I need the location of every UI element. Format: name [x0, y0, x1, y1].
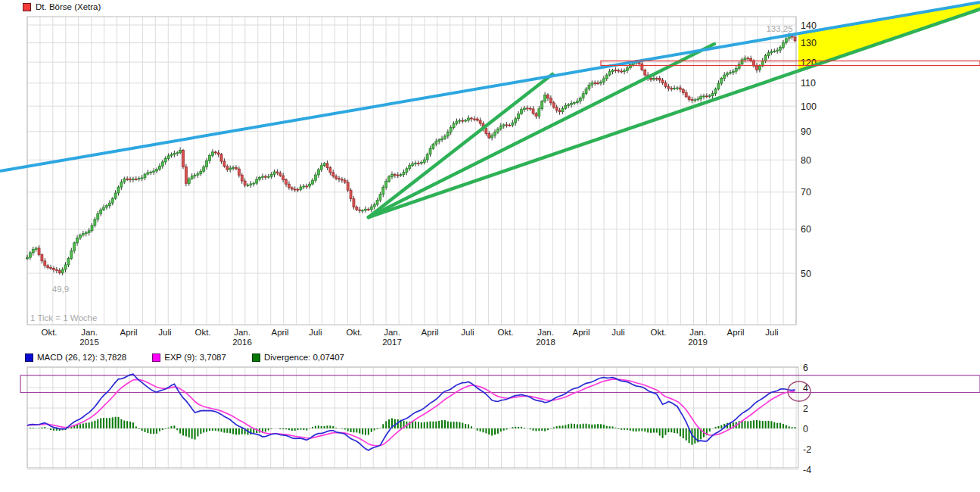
candle-body [770, 51, 773, 53]
candle-body [105, 206, 107, 207]
candle-body [462, 120, 464, 121]
candle-body [347, 182, 349, 190]
candle-body [50, 267, 52, 268]
price-tick-label: 60 [801, 224, 811, 235]
candle-body [285, 180, 288, 185]
month-label: Okt. [41, 328, 57, 337]
candle-body [535, 114, 537, 116]
candle-body [250, 184, 252, 185]
month-label: Juli [611, 328, 624, 337]
candle-body [385, 182, 387, 188]
candle-body [200, 171, 202, 173]
candle-body [179, 150, 182, 152]
price-tick-label: 90 [801, 126, 811, 137]
candle-body [173, 154, 176, 155]
candle-body [359, 210, 361, 210]
candle-body [108, 203, 110, 205]
candle-body [41, 255, 43, 261]
candle-body [29, 253, 31, 257]
candle-body [591, 83, 593, 85]
candle-body [717, 83, 720, 89]
candle-body [412, 163, 414, 165]
candle-body [114, 193, 117, 198]
resistance-band[interactable] [601, 61, 980, 66]
candle-body [185, 167, 187, 183]
candle-body [691, 99, 693, 100]
candle-body [723, 75, 726, 78]
chart-canvas[interactable]: 14013012011010090807060506420-2-4Okt.Jan… [0, 0, 980, 492]
candle-body [182, 150, 185, 167]
candle-body [667, 86, 670, 89]
candle-body [323, 163, 325, 166]
candle-body [582, 94, 584, 98]
candle-body [394, 174, 396, 175]
candle-body [238, 169, 240, 175]
green-trendline[interactable] [369, 74, 552, 217]
candle-body [135, 179, 137, 179]
candle-body [558, 111, 561, 112]
candle-body [406, 169, 408, 173]
candle-body [256, 179, 258, 183]
month-label: Jan. [234, 328, 250, 337]
candle-body [341, 179, 343, 180]
candle-body [335, 176, 338, 179]
candle-body [332, 173, 334, 176]
candle-body [320, 166, 322, 170]
candle-body [611, 70, 614, 72]
candle-body [58, 270, 61, 272]
candle-body [758, 66, 761, 70]
candle-body [253, 183, 255, 184]
candle-body [732, 71, 734, 73]
macd-tick-label: -2 [803, 444, 811, 455]
candle-body [26, 257, 29, 259]
candle-body [438, 140, 440, 142]
price-tick-label: 130 [801, 38, 817, 48]
candle-body [94, 220, 96, 226]
candle-body [485, 129, 487, 134]
tick-interval-note: 1 Tick = 1 Woche [30, 313, 97, 322]
price-tick-label: 70 [801, 187, 811, 198]
candle-body [317, 170, 319, 175]
candle-body [670, 89, 673, 89]
candle-body [423, 160, 425, 163]
candle-body [594, 83, 596, 83]
candle-body [208, 155, 210, 160]
low-price-label: 49,9 [52, 285, 69, 294]
green-trendline[interactable] [369, 9, 980, 217]
candle-body [429, 148, 431, 154]
candle-body [382, 187, 384, 195]
candle-body [264, 176, 266, 177]
month-label: April [271, 328, 288, 337]
candle-body [599, 82, 602, 83]
candle-body [350, 190, 352, 199]
candle-body [624, 70, 626, 71]
candle-body [97, 213, 99, 219]
candle-body [362, 210, 364, 211]
blue-trendline[interactable] [0, 2, 980, 171]
green-trendline[interactable] [369, 44, 714, 217]
candle-body [206, 160, 208, 167]
candle-body [456, 121, 458, 123]
month-label: Juli [461, 328, 474, 337]
candle-body [314, 175, 316, 180]
candle-body [370, 207, 372, 210]
candle-body [397, 175, 399, 176]
candle-body [379, 195, 381, 201]
price-tick-label: 140 [801, 20, 817, 31]
candle-body [476, 119, 478, 120]
candle-body [376, 201, 378, 205]
month-label: Okt. [650, 328, 666, 337]
price-tick-label: 100 [801, 101, 817, 112]
candle-body [309, 184, 311, 186]
candle-body [679, 88, 681, 89]
candle-body [468, 118, 470, 120]
candle-body [32, 250, 34, 253]
candle-body [685, 93, 687, 97]
candle-body [711, 93, 714, 95]
year-label: 2018 [536, 338, 555, 347]
month-label: April [120, 328, 137, 337]
month-label: April [572, 328, 590, 337]
candle-body [312, 180, 314, 184]
candle-body [767, 53, 770, 56]
candle-body [415, 163, 417, 164]
